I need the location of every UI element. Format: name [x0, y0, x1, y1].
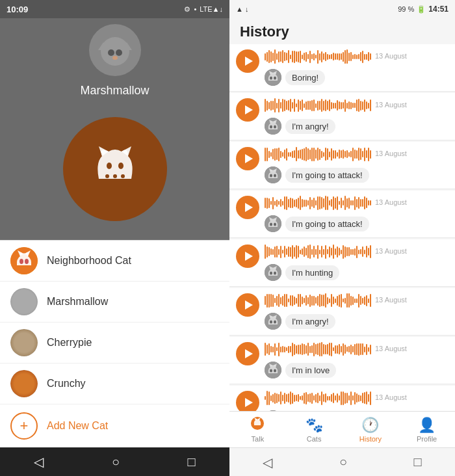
waveform-bar	[296, 103, 297, 107]
waveform-bar	[364, 196, 365, 209]
history-item[interactable]: 13 August I'm hunting	[229, 239, 455, 287]
waveform-bar	[325, 148, 326, 161]
ginger-cat-bg	[10, 370, 38, 397]
tab-profile-label: Profile	[417, 435, 437, 443]
tab-history-label: History	[359, 435, 382, 443]
waveform-bar	[339, 53, 340, 60]
list-item[interactable]: Crunchy	[0, 364, 229, 404]
history-message-row: I'm in love	[265, 362, 448, 378]
waveform-bar	[292, 102, 293, 109]
waveform-bar	[329, 343, 330, 356]
tab-talk[interactable]: Talk	[229, 412, 286, 447]
history-date: 13 August	[375, 293, 407, 304]
waveform-bar	[298, 394, 299, 402]
tab-profile[interactable]: 👤 Profile	[398, 412, 455, 447]
waveform-bar	[298, 51, 299, 62]
svg-point-41	[270, 272, 272, 275]
waveform-bar	[304, 200, 305, 207]
waveform-bar	[313, 198, 315, 208]
list-item[interactable]: Neighborhood Cat	[0, 241, 229, 282]
waveform-bar	[346, 347, 348, 352]
history-item[interactable]: 13 August I'm angry!	[229, 288, 455, 336]
home-button-right[interactable]: ○	[339, 455, 347, 469]
waveform-bar	[319, 149, 320, 160]
play-button[interactable]	[236, 293, 259, 317]
waveform-bar	[366, 198, 367, 208]
waveform-bar	[309, 51, 311, 63]
waveform-bar	[315, 344, 317, 354]
home-button[interactable]: ○	[112, 455, 120, 469]
waveform-bar	[327, 54, 328, 60]
time-left: 10:09	[6, 5, 28, 14]
add-cat-button[interactable]: + Add New Cat	[0, 404, 229, 447]
waveform-bar	[282, 250, 283, 254]
waveform-bar	[274, 343, 276, 356]
back-button[interactable]: ◁	[34, 454, 44, 469]
history-item[interactable]: 13 August I'm in love	[229, 337, 455, 384]
play-button[interactable]	[236, 49, 259, 73]
history-list: 13 August Boring!13 August I'm angry!13 …	[229, 44, 455, 411]
waveform-bar	[325, 52, 326, 61]
history-item[interactable]: 13 August I'm going to attack!	[229, 191, 455, 238]
waveform-bar	[290, 198, 291, 208]
waveform-bar	[341, 346, 342, 352]
waveform-bar	[323, 295, 324, 306]
waveform-bar	[344, 393, 346, 404]
waveform-bar	[278, 294, 280, 307]
waveform-bar	[296, 298, 297, 304]
talk-icon	[250, 416, 265, 434]
history-right-content: 13 August Mommy, where are you?	[265, 391, 448, 411]
history-date: 13 August	[375, 342, 407, 352]
waveform-bar	[335, 298, 336, 303]
waveform-bar	[352, 395, 354, 401]
recents-button-right[interactable]: □	[414, 455, 422, 469]
list-item[interactable]: Cherrypie	[0, 323, 229, 364]
play-button[interactable]	[236, 147, 259, 170]
waveform-bar	[362, 51, 363, 63]
waveform-bar	[284, 150, 285, 159]
play-button[interactable]	[236, 196, 259, 219]
svg-point-47	[274, 321, 276, 324]
history-item[interactable]: 13 August Mommy, where are you?	[229, 386, 455, 411]
history-item[interactable]: 13 August I'm going to attack!	[229, 142, 455, 189]
list-item[interactable]: Marshmallow	[0, 282, 229, 323]
waveform-bar	[352, 55, 354, 59]
history-item[interactable]: 13 August I'm angry!	[229, 93, 455, 140]
waveform-bar	[270, 248, 272, 255]
waveform-bar	[304, 148, 305, 161]
back-button-right[interactable]: ◁	[263, 455, 272, 470]
nav-bar-right: ◁ ○ □	[229, 447, 455, 476]
play-button[interactable]	[236, 342, 259, 365]
play-button[interactable]	[236, 245, 259, 268]
waveform-bar	[309, 393, 311, 403]
play-button[interactable]	[236, 98, 259, 122]
waveform-bar	[266, 391, 268, 405]
tab-cats[interactable]: 🐾 Cats	[286, 412, 343, 447]
waveform-bar	[280, 297, 281, 304]
waveform-bar	[366, 101, 367, 109]
waveform-bar	[306, 101, 307, 110]
waveform-bar	[331, 343, 332, 356]
waveform-bar	[284, 52, 285, 61]
waveform-bar	[362, 393, 363, 403]
waveform-bar	[341, 102, 342, 109]
waveform-bar	[327, 396, 328, 401]
history-right-content: 13 August I'm angry!	[265, 98, 448, 135]
play-button[interactable]	[236, 391, 259, 411]
talk-button[interactable]	[63, 117, 167, 221]
waveform-bar	[352, 200, 354, 205]
waveform-bar	[344, 196, 346, 210]
waveform-bar	[270, 395, 272, 401]
waveform-bar	[329, 396, 330, 401]
waveform-bar	[348, 152, 350, 157]
waveform-bar	[294, 150, 295, 158]
waveform-bar	[284, 99, 285, 111]
tab-history[interactable]: 🕐 History	[343, 412, 399, 447]
waveform-bar	[294, 344, 295, 355]
waveform-bar	[282, 50, 283, 63]
waveform-bar	[323, 344, 324, 354]
recents-button[interactable]: □	[188, 455, 196, 469]
play-triangle-icon	[245, 105, 253, 114]
history-item[interactable]: 13 August Boring!	[229, 44, 455, 92]
waveform-bar	[327, 148, 328, 160]
